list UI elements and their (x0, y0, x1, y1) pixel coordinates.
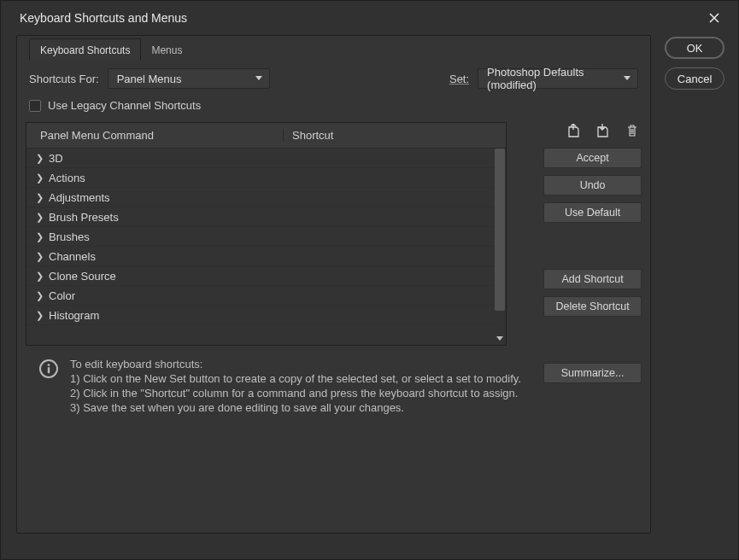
help-line: 2) Click in the "Shortcut" column for a … (70, 387, 521, 401)
summarize-button[interactable]: Summarize... (543, 363, 642, 383)
legacy-checkbox[interactable] (29, 100, 41, 112)
info-icon (39, 359, 58, 378)
dialog-keyboard-shortcuts: Keyboard Shortcuts and Menus Keyboard Sh… (0, 0, 739, 560)
expand-icon: ❯ (33, 172, 45, 184)
undo-button[interactable]: Undo (543, 175, 642, 195)
scrollbar[interactable] (494, 149, 506, 345)
expand-icon: ❯ (33, 271, 45, 282)
table-row[interactable]: ❯Channels (26, 247, 506, 266)
delete-set-button[interactable] (625, 123, 640, 138)
expand-icon: ❯ (33, 231, 45, 242)
dialog-title: Keyboard Shortcuts and Menus (20, 11, 187, 25)
table-row[interactable]: ❯Brushes (26, 227, 506, 247)
help-line: 1) Click on the New Set button to create… (70, 372, 521, 387)
trash-icon (626, 124, 638, 137)
table-row[interactable]: ❯Color (26, 286, 506, 306)
expand-icon: ❯ (33, 192, 45, 203)
expand-icon: ❯ (33, 310, 45, 321)
set-icon-row (566, 123, 640, 138)
set-value: Photoshop Defaults (modified) (487, 66, 617, 91)
legacy-checkbox-row: Use Legacy Channel Shortcuts (26, 92, 642, 115)
table-row[interactable]: ❯Actions (26, 168, 506, 188)
table-row[interactable]: ❯3D (26, 149, 506, 168)
set-label: Set: (449, 73, 469, 85)
ok-button[interactable]: OK (665, 37, 724, 59)
action-column: Accept Undo Use Default Add Shortcut Del… (543, 148, 642, 383)
close-button[interactable] (704, 8, 724, 28)
tab-menus[interactable]: Menus (141, 39, 192, 60)
accept-button[interactable]: Accept (543, 148, 642, 168)
svg-point-0 (48, 364, 50, 366)
table-header: Panel Menu Command Shortcut (26, 123, 506, 149)
scroll-thumb[interactable] (495, 149, 505, 311)
expand-icon: ❯ (33, 290, 45, 301)
column-header-shortcut[interactable]: Shortcut (283, 129, 506, 142)
side-button-column: OK Cancel (665, 35, 724, 544)
shortcuts-for-label: Shortcuts For: (29, 73, 99, 85)
chevron-down-icon (624, 76, 630, 81)
cancel-button[interactable]: Cancel (665, 67, 724, 90)
expand-icon: ❯ (33, 153, 45, 164)
table-row[interactable]: ❯Clone Source (26, 266, 506, 286)
tab-strip: Keyboard Shortcuts Menus (29, 36, 642, 60)
set-dropdown[interactable]: Photoshop Defaults (modified) (478, 68, 638, 89)
save-set-icon (595, 124, 611, 137)
new-set-icon (566, 124, 582, 137)
main-panel: Keyboard Shortcuts Menus Shortcuts For: … (16, 35, 651, 534)
help-line: 3) Save the set when you are done editin… (70, 401, 521, 416)
chevron-down-icon (255, 76, 262, 81)
dialog-body: Keyboard Shortcuts Menus Shortcuts For: … (1, 35, 738, 559)
new-set-button[interactable] (566, 123, 582, 138)
titlebar: Keyboard Shortcuts and Menus (1, 1, 738, 35)
add-shortcut-button[interactable]: Add Shortcut (543, 269, 642, 289)
scroll-down-icon[interactable] (494, 333, 506, 345)
table-row[interactable]: ❯Adjustments (26, 188, 506, 207)
tab-keyboard-shortcuts[interactable]: Keyboard Shortcuts (29, 38, 141, 60)
delete-shortcut-button[interactable]: Delete Shortcut (543, 296, 642, 317)
shortcuts-for-value: Panel Menus (117, 73, 182, 85)
use-default-button[interactable]: Use Default (543, 202, 642, 223)
table-body: ❯3D ❯Actions ❯Adjustments ❯Brush Presets… (26, 149, 506, 345)
expand-icon: ❯ (33, 212, 45, 223)
table-row[interactable]: ❯Brush Presets (26, 207, 506, 227)
help-title: To edit keyboard shortcuts: (70, 358, 521, 372)
controls-row: Shortcuts For: Panel Menus Set: Photosho… (26, 60, 642, 92)
shortcuts-for-dropdown[interactable]: Panel Menus (108, 68, 270, 89)
table-row[interactable]: ❯Histogram (26, 306, 506, 325)
close-icon (708, 12, 720, 24)
expand-icon: ❯ (33, 251, 45, 262)
svg-rect-1 (48, 367, 50, 373)
legacy-checkbox-label: Use Legacy Channel Shortcuts (48, 99, 201, 112)
save-set-button[interactable] (595, 123, 611, 138)
shortcut-table: Panel Menu Command Shortcut ❯3D ❯Actions… (26, 122, 507, 346)
column-header-command[interactable]: Panel Menu Command (26, 129, 283, 142)
help-text: To edit keyboard shortcuts: 1) Click on … (70, 358, 521, 416)
